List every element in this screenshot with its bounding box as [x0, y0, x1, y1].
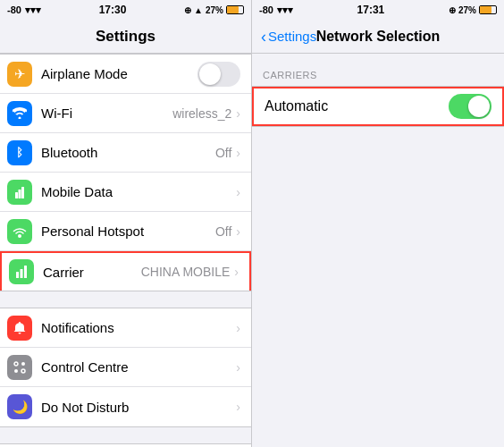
svg-rect-6	[24, 266, 27, 278]
left-status-right: ⊕ ▲ 27%	[184, 5, 244, 15]
mobiledata-icon	[7, 180, 32, 205]
right-location-icon: ⊕	[449, 5, 456, 15]
right-status-right: ⊕ 27%	[449, 5, 497, 15]
airplane-toggle[interactable]	[197, 62, 240, 87]
left-battery-icon: ▲	[194, 5, 203, 15]
hotspot-chevron-icon: ›	[236, 224, 240, 239]
left-panel: -80 ▾▾▾ 17:30 ⊕ ▲ 27% Settings ✈ Airplan…	[0, 0, 252, 447]
mobiledata-label: Mobile Data	[41, 184, 236, 199]
left-wifi-icon: ▾▾▾	[25, 4, 41, 16]
wifi-icon	[7, 101, 32, 126]
svg-point-9	[14, 369, 18, 373]
svg-rect-5	[21, 269, 23, 278]
row-automatic[interactable]: Automatic	[252, 87, 504, 126]
row-dnd[interactable]: 🌙 Do Not Disturb ›	[0, 387, 251, 426]
wifi-chevron-icon: ›	[236, 106, 240, 121]
row-hotspot[interactable]: Personal Hotspot Off ›	[0, 212, 251, 251]
left-location-icon: ⊕	[184, 5, 191, 15]
left-battery-bar	[226, 5, 244, 14]
row-carrier[interactable]: Carrier CHINA MOBILE ›	[0, 251, 251, 291]
carrier-label: Carrier	[43, 265, 141, 280]
carrier-chevron-icon: ›	[234, 265, 239, 279]
automatic-label: Automatic	[265, 98, 449, 114]
right-time: 17:31	[357, 4, 385, 16]
row-wifi[interactable]: Wi-Fi wireless_2 ›	[0, 94, 251, 133]
svg-point-10	[21, 369, 25, 373]
right-status-left: -80 ▾▾▾	[259, 4, 293, 16]
notifications-icon	[7, 316, 32, 341]
mobiledata-chevron-icon: ›	[236, 185, 240, 199]
airplane-label: Airplane Mode	[41, 66, 197, 81]
back-chevron-icon: ‹	[261, 29, 266, 45]
row-mobiledata[interactable]: Mobile Data ›	[0, 173, 251, 212]
section-system: Notifications › Control Centre ›	[0, 308, 251, 427]
row-notifications[interactable]: Notifications ›	[0, 308, 251, 348]
section-connectivity: ✈ Airplane Mode Wi-Fi wireless_2 ›	[0, 54, 251, 291]
bluetooth-icon: ᛒ	[7, 140, 32, 165]
svg-rect-2	[21, 187, 24, 198]
left-page-title: Settings	[96, 28, 155, 46]
right-status-bar: -80 ▾▾▾ 17:31 ⊕ 27%	[252, 0, 504, 20]
right-content: CARRIERS Automatic	[252, 54, 504, 447]
svg-point-7	[14, 362, 18, 366]
svg-rect-1	[19, 190, 21, 198]
svg-point-3	[18, 234, 21, 238]
airplane-toggle-knob	[199, 63, 221, 85]
back-label[interactable]: Settings	[268, 29, 316, 44]
carriers-section-group: Automatic	[252, 86, 504, 127]
dnd-icon: 🌙	[7, 394, 32, 419]
svg-rect-0	[15, 192, 18, 198]
left-time: 17:30	[99, 4, 127, 16]
right-panel: -80 ▾▾▾ 17:31 ⊕ 27% ‹ Settings Network S…	[252, 0, 504, 447]
hotspot-icon	[7, 219, 32, 244]
bluetooth-chevron-icon: ›	[236, 146, 240, 160]
settings-list: ✈ Airplane Mode Wi-Fi wireless_2 ›	[0, 54, 251, 447]
bluetooth-value: Off	[215, 146, 231, 160]
dnd-label: Do Not Disturb	[41, 400, 236, 415]
right-battery-bar	[479, 5, 497, 14]
carrier-value: CHINA MOBILE	[141, 265, 231, 279]
svg-rect-4	[16, 272, 19, 278]
automatic-toggle-knob	[468, 96, 490, 117]
wifi-value: wireless_2	[172, 106, 231, 121]
control-chevron-icon: ›	[236, 360, 240, 375]
row-bluetooth[interactable]: ᛒ Bluetooth Off ›	[0, 133, 251, 173]
dnd-chevron-icon: ›	[236, 400, 240, 414]
right-signal: -80	[259, 4, 273, 15]
airplane-icon: ✈	[7, 62, 32, 87]
control-icon	[7, 355, 32, 380]
control-label: Control Centre	[41, 359, 236, 375]
right-battery-level: 27%	[458, 5, 476, 15]
notifications-label: Notifications	[41, 320, 236, 335]
section-device: ⚙ General › Aa Display & Brightness ›	[0, 443, 251, 447]
hotspot-label: Personal Hotspot	[41, 224, 215, 239]
row-control[interactable]: Control Centre ›	[0, 348, 251, 387]
left-battery-level: 27%	[206, 5, 223, 15]
row-airplane[interactable]: ✈ Airplane Mode	[0, 55, 251, 94]
left-page-title-bar: Settings	[0, 20, 251, 54]
automatic-toggle[interactable]	[449, 94, 491, 119]
svg-point-8	[21, 362, 25, 366]
left-status-bar: -80 ▾▾▾ 17:30 ⊕ ▲ 27%	[0, 0, 251, 20]
back-button[interactable]: ‹ Settings	[261, 29, 316, 45]
wifi-label: Wi-Fi	[41, 105, 172, 121]
hotspot-value: Off	[215, 224, 231, 239]
right-page-title: Network Selection	[316, 29, 441, 45]
notifications-chevron-icon: ›	[236, 321, 240, 335]
right-nav-bar: ‹ Settings Network Selection	[252, 20, 504, 54]
left-signal: -80	[7, 4, 21, 15]
left-status-left: -80 ▾▾▾	[7, 4, 41, 16]
carrier-icon	[9, 259, 34, 284]
bluetooth-label: Bluetooth	[41, 145, 215, 160]
carriers-section-header: CARRIERS	[252, 70, 504, 86]
right-wifi-icon: ▾▾▾	[277, 4, 293, 16]
